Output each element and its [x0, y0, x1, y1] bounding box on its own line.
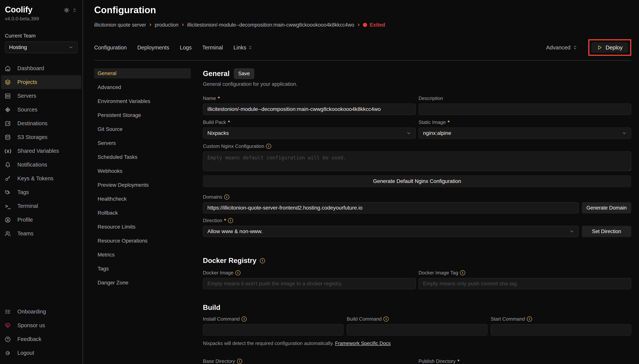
- tab-links[interactable]: Links: [233, 44, 252, 51]
- save-button[interactable]: Save: [234, 68, 255, 79]
- tabbar-divider: [94, 60, 631, 61]
- description-label: Description: [419, 96, 443, 101]
- breadcrumb-application[interactable]: illicitestonion/-module--decomposition:m…: [187, 22, 354, 28]
- chevrons-up-down-icon: [248, 46, 252, 50]
- users-icon: [5, 231, 11, 236]
- sidebar-item-destinations[interactable]: Destinations: [1, 116, 81, 130]
- sidebar-item-onboarding[interactable]: Onboarding: [1, 305, 81, 318]
- sidebar-item-feedback[interactable]: Feedback: [1, 332, 81, 346]
- subnav-scheduled-tasks[interactable]: Scheduled Tasks: [94, 152, 191, 162]
- docker-image-tag-input[interactable]: [419, 278, 631, 289]
- sidebar-item-tags[interactable]: Tags: [1, 186, 81, 199]
- status-text: Exited: [370, 22, 385, 28]
- sidebar-item-s3-storages[interactable]: S3 Storages: [1, 130, 81, 144]
- subnav-environment-variables[interactable]: Environment Variables: [94, 96, 191, 106]
- info-icon[interactable]: [266, 144, 271, 149]
- sidebar-item-sponsor[interactable]: Sponsor us: [1, 318, 81, 332]
- subnav-metrics[interactable]: Metrics: [94, 250, 191, 260]
- set-direction-button[interactable]: Set Direction: [582, 226, 631, 237]
- chevrons-up-down-icon: [72, 8, 77, 12]
- sidebar-item-dashboard[interactable]: Dashboard: [1, 62, 81, 75]
- app-logo[interactable]: Coolify: [5, 5, 33, 14]
- sidebar-item-terminal[interactable]: >_ Terminal: [1, 199, 81, 213]
- status-badge: Exited: [363, 22, 385, 28]
- sidebar-item-shared-variables[interactable]: (x) Shared Variables: [1, 144, 81, 158]
- sidebar-item-servers[interactable]: Servers: [1, 89, 81, 103]
- tab-deployments[interactable]: Deployments: [137, 44, 169, 51]
- nginx-config-label: Custom Nginx Configuration: [203, 143, 264, 149]
- chevrons-up-down-icon: [573, 45, 577, 50]
- required-asterisk: [228, 120, 230, 125]
- subnav-preview-deployments[interactable]: Preview Deployments: [94, 180, 191, 190]
- breadcrumb-environment[interactable]: production: [155, 22, 179, 28]
- nginx-config-textarea[interactable]: [203, 152, 631, 171]
- generate-domain-button[interactable]: Generate Domain: [582, 202, 631, 214]
- info-icon[interactable]: [242, 316, 247, 322]
- user-circle-icon: [5, 217, 11, 223]
- chevron-down-icon: [622, 131, 627, 136]
- static-image-select[interactable]: nginx:alpine: [419, 128, 631, 139]
- build-pack-label: Build Pack: [203, 120, 226, 125]
- team-select[interactable]: Hosting: [5, 42, 78, 53]
- app-version: v4.0.0-beta.399: [0, 14, 83, 22]
- tab-terminal[interactable]: Terminal: [202, 44, 223, 51]
- framework-docs-link[interactable]: Framework Specific Docs: [335, 340, 391, 346]
- sidebar-item-sources[interactable]: Sources: [1, 103, 81, 116]
- theme-switcher[interactable]: [64, 8, 77, 13]
- subnav-resource-limits[interactable]: Resource Limits: [94, 222, 191, 232]
- breadcrumb-separator-icon: [150, 22, 151, 28]
- parentheses-x-icon: (x): [5, 148, 11, 154]
- breadcrumb: illicitonion quote server production ill…: [94, 22, 631, 28]
- general-form: General Save General configuration for y…: [203, 68, 631, 364]
- sidebar-item-logout[interactable]: Logout: [1, 346, 81, 360]
- info-icon[interactable]: [235, 270, 240, 275]
- required-asterisk: [457, 358, 459, 364]
- tab-logs[interactable]: Logs: [180, 44, 192, 51]
- subnav-resource-operations[interactable]: Resource Operations: [94, 236, 191, 246]
- sidebar-item-profile[interactable]: Profile: [1, 213, 81, 227]
- advanced-dropdown[interactable]: Advanced: [546, 44, 577, 51]
- sidebar-item-notifications[interactable]: Notifications: [1, 158, 81, 172]
- direction-select[interactable]: Allow www & non-www.: [203, 226, 579, 237]
- sidebar-footer: Onboarding Sponsor us Feedback Logout: [0, 305, 83, 360]
- docker-image-input[interactable]: [203, 278, 416, 289]
- info-icon[interactable]: [260, 258, 265, 263]
- info-icon[interactable]: [237, 359, 242, 364]
- bell-icon: [5, 162, 11, 168]
- section-subtitle: General configuration for your applicati…: [203, 81, 631, 87]
- docker-image-tag-label: Docker Image Tag: [419, 270, 458, 276]
- deploy-highlight-annotation: Deploy: [588, 39, 631, 56]
- info-icon[interactable]: [527, 316, 532, 322]
- subnav-servers[interactable]: Servers: [94, 138, 191, 148]
- chevron-down-icon: [569, 229, 574, 234]
- subnav-webhooks[interactable]: Webhooks: [94, 166, 191, 176]
- build-command-input[interactable]: [347, 324, 487, 336]
- domains-input[interactable]: [203, 202, 579, 214]
- subnav-advanced[interactable]: Advanced: [94, 82, 191, 92]
- sidebar-item-keys-tokens[interactable]: Keys & Tokens: [1, 172, 81, 186]
- breadcrumb-project[interactable]: illicitonion quote server: [94, 22, 146, 28]
- info-icon[interactable]: [460, 270, 465, 275]
- subnav-rollback[interactable]: Rollback: [94, 208, 191, 218]
- name-input[interactable]: [203, 104, 416, 115]
- install-command-input[interactable]: [203, 324, 343, 336]
- subnav-healthcheck[interactable]: Healthcheck: [94, 194, 191, 204]
- subnav-tags[interactable]: Tags: [94, 264, 191, 274]
- start-command-input[interactable]: [491, 324, 631, 336]
- sidebar-item-projects[interactable]: Projects: [1, 75, 81, 89]
- info-icon[interactable]: [224, 194, 229, 200]
- info-icon[interactable]: [383, 316, 389, 322]
- generate-nginx-config-button[interactable]: Generate Default Nginx Configuration: [203, 175, 631, 187]
- info-icon[interactable]: [228, 218, 233, 223]
- deploy-button[interactable]: Deploy: [591, 42, 628, 53]
- subnav-git-source[interactable]: Git Source: [94, 124, 191, 134]
- subnav-danger-zone[interactable]: Danger Zone: [94, 278, 191, 288]
- build-pack-select[interactable]: Nixpacks: [203, 128, 416, 139]
- static-image-label: Static Image: [419, 120, 446, 125]
- tab-configuration[interactable]: Configuration: [94, 44, 127, 51]
- sidebar-item-teams[interactable]: Teams: [1, 227, 81, 240]
- subnav-persistent-storage[interactable]: Persistent Storage: [94, 110, 191, 120]
- description-input[interactable]: [419, 104, 631, 115]
- breadcrumb-separator-icon: [182, 22, 184, 28]
- subnav-general[interactable]: General: [94, 68, 191, 78]
